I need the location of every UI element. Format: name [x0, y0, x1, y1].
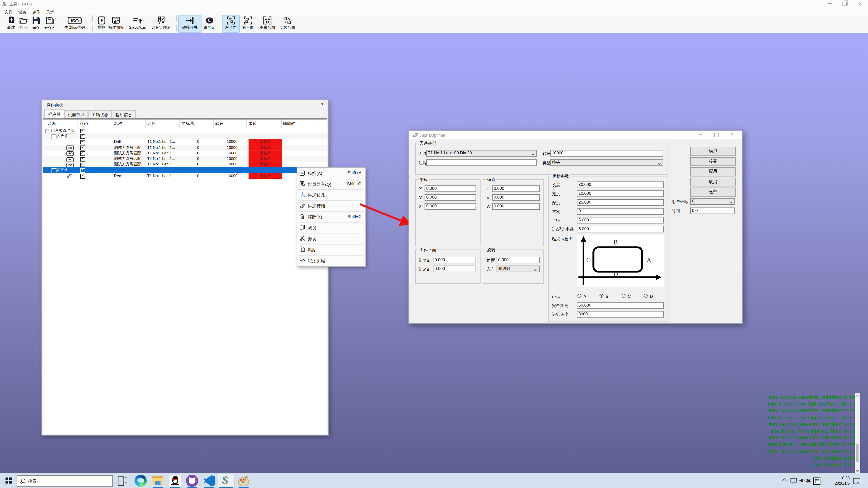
menu-item-paste[interactable]: 粘贴: [297, 244, 365, 255]
menu-operate[interactable]: 操作: [32, 9, 40, 14]
start-radio-c[interactable]: [622, 294, 625, 297]
cancel-button[interactable]: 取消: [690, 177, 736, 186]
user-coord-select[interactable]: 0: [690, 198, 735, 205]
w-input[interactable]: 0.000: [492, 203, 540, 210]
row-checkbox[interactable]: [80, 157, 85, 162]
x-input[interactable]: 0.000: [425, 185, 476, 192]
left-table-button[interactable]: 左台面: [222, 15, 240, 33]
dialog-maximize-button[interactable]: [711, 132, 721, 138]
menu-item-program-head-tail[interactable]: 程序头尾: [297, 255, 365, 266]
alternate-table-button[interactable]: 交替台面: [277, 15, 297, 32]
minimize-button[interactable]: [824, 1, 835, 7]
row-checkbox[interactable]: [80, 162, 85, 167]
y-input[interactable]: 0.000: [425, 194, 476, 201]
tree-row-test-match[interactable]: ISO 测试刀具号匹配 T1 No:1 Len:1... 0 10000 限位外: [43, 151, 327, 156]
comment-input[interactable]: [426, 159, 537, 166]
start-radio-d[interactable]: [644, 294, 648, 297]
depth-input[interactable]: 25.000: [577, 199, 664, 206]
type-select[interactable]: 榫头: [550, 159, 663, 166]
menu-settings[interactable]: 设置: [18, 9, 27, 14]
tab-machine-nodes[interactable]: 机器节点: [64, 110, 88, 119]
tree-row-test-match[interactable]: ISO 测试刀具号匹配 T1 No:1 Len:1... 0 10000 限位外: [43, 162, 327, 167]
right-table-button[interactable]: 右台面: [240, 15, 256, 32]
width-input[interactable]: 10.000: [577, 190, 664, 197]
direction-select[interactable]: 顺时针: [497, 266, 540, 272]
close-button[interactable]: ×: [855, 1, 866, 7]
radius-input[interactable]: 5.000: [577, 217, 664, 223]
notification-icon[interactable]: [853, 478, 860, 484]
row-checkbox[interactable]: [80, 145, 85, 150]
menu-about[interactable]: 关于: [46, 9, 54, 14]
row-checkbox[interactable]: [80, 134, 85, 139]
tray-expand-icon[interactable]: [782, 479, 787, 483]
row-checkbox[interactable]: [80, 168, 85, 173]
edge-icon[interactable]: [134, 475, 147, 487]
row-checkbox[interactable]: [80, 140, 85, 144]
task-view-button[interactable]: [116, 475, 128, 487]
expander-icon[interactable]: −: [45, 129, 50, 134]
dialog-minimize-button[interactable]: [695, 132, 705, 138]
qq-icon[interactable]: [169, 475, 181, 487]
start-radio-b[interactable]: [599, 294, 603, 297]
collision-switch-button[interactable]: 碰撞开关: [178, 15, 202, 33]
github-icon[interactable]: [186, 475, 198, 487]
cnc-app-icon[interactable]: S: [220, 475, 232, 487]
tab-program-info[interactable]: 程序信息: [112, 110, 135, 119]
dialog-close-button[interactable]: ×: [727, 132, 737, 138]
apply-button[interactable]: 应用: [690, 167, 736, 176]
lead-radius-input[interactable]: 5.000: [577, 226, 664, 232]
expander-icon[interactable]: −: [52, 135, 56, 139]
tree-row-test-match[interactable]: ISO 测试刀具号匹配 T4 No:1 Len:1... 0 10000 限位外: [43, 156, 327, 162]
check-button[interactable]: 检查: [690, 188, 736, 197]
tab-spindle-status[interactable]: 主轴状态: [88, 110, 112, 119]
axis5-input[interactable]: 0.000: [433, 266, 476, 272]
search-input[interactable]: 搜索: [17, 475, 113, 487]
simulate-dialog-button[interactable]: 模拟: [690, 147, 736, 156]
new-button[interactable]: 新建: [4, 15, 18, 32]
passes-input[interactable]: 0: [577, 208, 664, 215]
tree-row-drill[interactable]: Drill T1 No:1 Len:1... 0 10000 限位外: [43, 139, 327, 145]
tab-program-tree[interactable]: 程序树: [44, 109, 64, 119]
menu-item-batch-import[interactable]: 批量导入(Q) Shift+Q: [297, 178, 365, 189]
scroll-thumb[interactable]: [856, 445, 859, 462]
ime-language[interactable]: 英: [806, 478, 811, 484]
file-explorer-icon[interactable]: [152, 475, 164, 487]
log-scrollbar[interactable]: [855, 393, 860, 474]
v-input[interactable]: 0.000: [492, 194, 540, 201]
serial-table-button[interactable]: 串联台面: [257, 15, 277, 32]
save-button[interactable]: 保存: [30, 15, 42, 32]
row-checkbox[interactable]: [80, 151, 85, 156]
tree-row-test-match[interactable]: ISO 测试刀具号匹配 T1 No:1 Len:1... 0 10000 限位外: [43, 145, 327, 151]
row-checkbox[interactable]: [80, 129, 85, 133]
length-input[interactable]: 30.000: [577, 182, 664, 188]
paint-icon[interactable]: [238, 475, 250, 487]
ime-mode-icon[interactable]: 拼: [813, 477, 820, 485]
operation-panel-button[interactable]: 操作面板: [107, 15, 125, 32]
restore-button[interactable]: [839, 1, 850, 7]
scroll-down-icon[interactable]: [856, 469, 859, 472]
speaker-icon[interactable]: [799, 478, 803, 483]
tree-row-right-table-selected[interactable]: − 右台面: [43, 167, 327, 173]
open-button[interactable]: 打开: [18, 15, 30, 32]
menu-item-cut[interactable]: 剪切: [297, 233, 365, 244]
generate-iso-button[interactable]: ISO 生成Iso代码: [59, 15, 91, 32]
network-icon[interactable]: [790, 478, 797, 483]
expander-icon[interactable]: −: [52, 168, 56, 173]
tool-manager-button[interactable]: 刀具管理器: [149, 15, 173, 32]
scroll-up-icon[interactable]: [856, 395, 859, 398]
speed-input[interactable]: 10000: [550, 150, 663, 157]
z-input[interactable]: 0.000: [425, 203, 476, 210]
start-button[interactable]: [5, 477, 12, 484]
menu-item-simulate[interactable]: 模拟(A) Shift+A: [297, 168, 365, 178]
menu-file[interactable]: 文件: [4, 9, 13, 14]
time-input[interactable]: 0.0: [690, 207, 735, 214]
safety-distance-input[interactable]: 50.000: [577, 302, 664, 308]
tool-select[interactable]: T1 No:1 Len:100 Dia:20: [426, 150, 537, 157]
feed-rate-input[interactable]: 3000: [577, 311, 664, 318]
simulate-button[interactable]: 模拟: [95, 15, 107, 32]
start-radio-a[interactable]: [577, 294, 581, 297]
tree-row-rec[interactable]: Rec T1 No:1 Len:1... 0 10000 限位外: [43, 173, 327, 179]
tree-row-user-manager[interactable]: − 用户项管理器: [43, 128, 327, 133]
axis-visible-button[interactable]: 轴可见: [202, 15, 217, 32]
vscode-icon[interactable]: [203, 475, 215, 487]
